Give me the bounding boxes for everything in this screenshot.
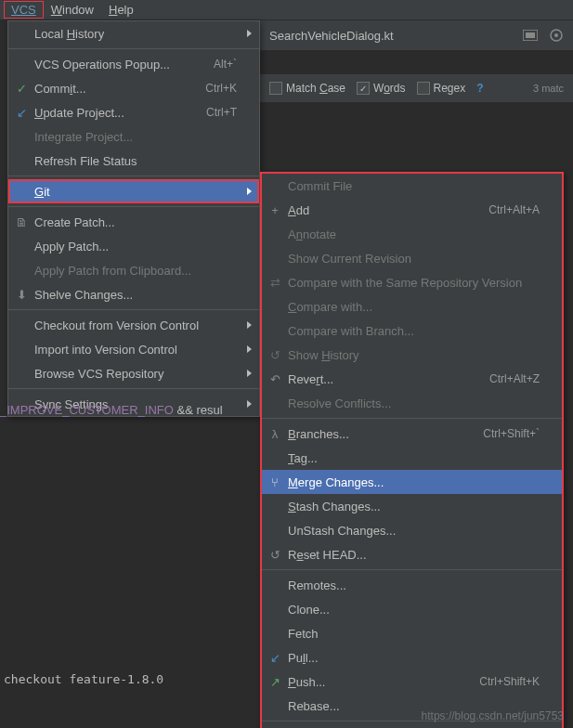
menu-separator [8, 48, 259, 49]
menu-browse-vcs-repo[interactable]: Browse VCS Repository [8, 361, 259, 385]
menu-shelve-changes[interactable]: ⬇ Shelve Changes... [8, 282, 259, 306]
check-icon: ✓ [14, 82, 29, 96]
checkbox-icon: ✓ [357, 82, 370, 95]
menu-commit[interactable]: ✓ Commit... Ctrl+K [8, 76, 259, 100]
history-icon: ↺ [267, 348, 282, 362]
menu-commit-file: Commit File [262, 174, 562, 198]
menu-local-history[interactable]: Local History [8, 21, 259, 46]
regex-checkbox[interactable]: Regex [417, 82, 466, 95]
menu-refresh-file-status[interactable]: Refresh File Status [8, 149, 259, 173]
svg-rect-1 [526, 32, 535, 38]
menu-show-history: ↺ Show History [262, 343, 562, 367]
menu-apply-patch[interactable]: Apply Patch... [8, 234, 259, 258]
editor-tab-area: SearchVehicleDialog.kt [260, 20, 573, 50]
menu-remotes[interactable]: Remotes... [262, 573, 562, 597]
menu-revert[interactable]: ↶ Revert... Ctrl+Alt+Z [262, 367, 562, 391]
match-count: 3 matc [533, 83, 564, 94]
svg-point-3 [554, 33, 558, 37]
menu-separator [8, 176, 259, 176]
reset-icon: ↺ [267, 548, 282, 562]
menu-tag[interactable]: Tag... [262, 446, 562, 470]
submenu-arrow-icon [247, 370, 252, 377]
menu-separator [262, 569, 562, 570]
menu-update-project[interactable]: ↙ Update Project... Ctrl+T [8, 100, 259, 124]
menu-import-into-vc[interactable]: Import into Version Control [8, 337, 259, 361]
menubar-vcs[interactable]: VCS [4, 1, 44, 19]
git-submenu: Commit File + Add Ctrl+Alt+A Annotate Sh… [260, 172, 564, 728]
submenu-arrow-icon [247, 30, 252, 37]
checkbox-icon [269, 82, 282, 95]
match-case-checkbox[interactable]: Match Case [269, 82, 345, 95]
search-options-bar: Match Case ✓ Words Regex ? 3 matc [260, 74, 573, 102]
vcs-menu: Local History VCS Operations Popup... Al… [7, 20, 260, 417]
help-icon[interactable]: ? [476, 82, 483, 95]
patch-icon: 🗎 [14, 215, 29, 229]
menu-fetch[interactable]: Fetch [262, 621, 562, 645]
menu-compare-with-branch: Compare with Branch... [262, 318, 562, 343]
menu-separator [262, 418, 562, 419]
menu-unstash-changes[interactable]: UnStash Changes... [262, 518, 562, 542]
menu-integrate-project: Integrate Project... [8, 124, 259, 149]
checkbox-icon [417, 82, 430, 95]
pull-icon: ↙ [267, 651, 282, 665]
menu-push[interactable]: ↗ Push... Ctrl+Shift+K [262, 670, 562, 694]
preview-icon[interactable] [523, 30, 538, 41]
push-icon: ↗ [267, 675, 282, 689]
menubar-help[interactable]: Help [101, 1, 141, 19]
words-checkbox[interactable]: ✓ Words [357, 82, 405, 95]
menu-resolve-conflicts: Resolve Conflicts... [262, 391, 562, 415]
compare-icon: ⇄ [267, 276, 282, 290]
menu-branches[interactable]: λ Branches... Ctrl+Shift+` [262, 422, 562, 446]
menu-compare-same-repo-version: ⇄ Compare with the Same Repository Versi… [262, 270, 562, 294]
menubar-window[interactable]: Window [44, 1, 101, 19]
menu-add[interactable]: + Add Ctrl+Alt+A [262, 198, 562, 222]
submenu-arrow-icon [247, 321, 252, 329]
menu-separator [8, 309, 259, 310]
crosshair-icon[interactable] [549, 28, 564, 43]
menu-create-patch[interactable]: 🗎 Create Patch... [8, 210, 259, 234]
menu-annotate: Annotate [262, 222, 562, 246]
merge-icon: ⑂ [267, 475, 282, 489]
menu-show-current-revision: Show Current Revision [262, 246, 562, 270]
submenu-arrow-icon [247, 188, 252, 195]
update-icon: ↙ [14, 106, 29, 120]
menu-gitlab[interactable]: ◆ Git Lab [262, 724, 562, 728]
menu-apply-patch-clipboard: Apply Patch from Clipboard... [8, 258, 259, 282]
shelve-icon: ⬇ [14, 288, 29, 302]
tab-icons [523, 28, 564, 43]
submenu-arrow-icon [247, 345, 252, 353]
code-constant: _IMPROVE_CUSTOMER_INFO [0, 403, 174, 417]
menu-reset-head[interactable]: ↺ Reset HEAD... [262, 542, 562, 566]
menu-compare-with: Compare with... [262, 294, 562, 318]
menu-clone[interactable]: Clone... [262, 597, 562, 621]
menu-separator [8, 388, 259, 389]
terminal-output: checkout feature-1.8.0 [4, 672, 163, 686]
menu-stash-changes[interactable]: Stash Changes... [262, 494, 562, 518]
menu-git[interactable]: Git [8, 179, 259, 203]
menu-pull[interactable]: ↙ Pull... [262, 645, 562, 670]
menu-vcs-operations-popup[interactable]: VCS Operations Popup... Alt+` [8, 52, 259, 76]
menu-separator [8, 206, 259, 207]
revert-icon: ↶ [267, 372, 282, 386]
menu-merge-changes[interactable]: ⑂ Merge Changes... [262, 470, 562, 494]
tab-filename[interactable]: SearchVehicleDialog.kt [269, 29, 394, 43]
watermark: https://blog.csdn.net/jun5753 [422, 709, 564, 722]
plus-icon: + [267, 203, 282, 217]
menubar: VCS Window Help [0, 0, 573, 20]
editor-code: _IMPROVE_CUSTOMER_INFO && resul [0, 399, 260, 421]
branch-icon: λ [267, 427, 282, 441]
menu-checkout-from-vc[interactable]: Checkout from Version Control [8, 313, 259, 337]
